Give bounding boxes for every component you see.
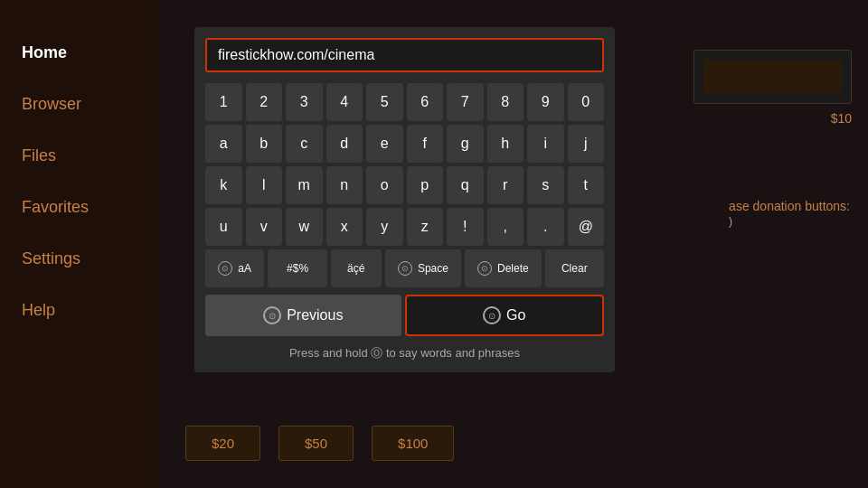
circle-prev-icon: ⊙ [263, 306, 281, 324]
key-w[interactable]: w [286, 208, 323, 246]
key-b[interactable]: b [246, 125, 283, 163]
key-3[interactable]: 3 [286, 83, 323, 121]
sidebar-item-home[interactable]: Home [0, 27, 158, 79]
url-bar[interactable]: firestickhow.com/cinema [205, 38, 604, 72]
key-l[interactable]: l [246, 166, 283, 204]
row-aj: a b c d e f g h i j [205, 125, 604, 163]
key-e[interactable]: e [366, 125, 403, 163]
keyboard-grid: 1 2 3 4 5 6 7 8 9 0 a b c d e f g h [205, 83, 604, 287]
sidebar-item-favorites[interactable]: Favorites [0, 182, 158, 233]
main-area: ase donation buttons: ) $20 $50 $100 $10… [158, 0, 868, 488]
key-x[interactable]: x [326, 208, 363, 246]
donation-100-button[interactable]: $100 [372, 426, 454, 461]
key-2[interactable]: 2 [246, 83, 283, 121]
number-row: 1 2 3 4 5 6 7 8 9 0 [205, 83, 604, 121]
key-k[interactable]: k [205, 166, 242, 204]
key-period[interactable]: . [527, 208, 564, 246]
key-s[interactable]: s [527, 166, 564, 204]
key-6[interactable]: 6 [407, 83, 444, 121]
keyboard-overlay: firestickhow.com/cinema 1 2 3 4 5 6 7 8 … [194, 27, 615, 372]
row-kt: k l m n o p q r s t [205, 166, 604, 204]
donation-10-label: $10 [831, 111, 852, 126]
row-usymbol: u v w x y z ! , . @ [205, 208, 604, 246]
donation-20-button[interactable]: $20 [185, 426, 260, 461]
sidebar-item-browser[interactable]: Browser [0, 79, 158, 130]
key-j[interactable]: j [568, 125, 605, 163]
circle-delete-icon: ⊙ [477, 261, 492, 276]
key-o[interactable]: o [366, 166, 403, 204]
key-h[interactable]: h [487, 125, 524, 163]
key-case-toggle[interactable]: ⊙ aA [205, 249, 264, 287]
key-delete[interactable]: ⊙ Delete [465, 249, 541, 287]
key-a[interactable]: a [205, 125, 242, 163]
key-g[interactable]: g [447, 125, 484, 163]
sidebar-item-help[interactable]: Help [0, 285, 158, 336]
go-button[interactable]: ⊙ Go [405, 295, 605, 336]
donation-section: $20 $50 $100 [185, 426, 454, 461]
key-t[interactable]: t [568, 166, 605, 204]
key-9[interactable]: 9 [527, 83, 564, 121]
key-space[interactable]: ⊙ Space [385, 249, 461, 287]
donation-label: ase donation buttons: ) [729, 199, 850, 228]
key-d[interactable]: d [326, 125, 363, 163]
key-0[interactable]: 0 [568, 83, 605, 121]
key-5[interactable]: 5 [366, 83, 403, 121]
donation-50-button[interactable]: $50 [278, 426, 354, 461]
key-y[interactable]: y [366, 208, 403, 246]
key-8[interactable]: 8 [487, 83, 524, 121]
key-q[interactable]: q [447, 166, 484, 204]
key-accent[interactable]: äçé [331, 249, 382, 287]
key-i[interactable]: i [527, 125, 564, 163]
key-7[interactable]: 7 [447, 83, 484, 121]
key-z[interactable]: z [407, 208, 444, 246]
key-symbols[interactable]: #$% [268, 249, 326, 287]
key-u[interactable]: u [205, 208, 242, 246]
key-1[interactable]: 1 [205, 83, 242, 121]
circle-go-icon: ⊙ [483, 306, 501, 324]
key-exclaim[interactable]: ! [447, 208, 484, 246]
key-p[interactable]: p [407, 166, 444, 204]
circle-space-icon: ⊙ [398, 261, 412, 276]
special-row: ⊙ aA #$% äçé ⊙ Space [205, 249, 604, 287]
key-v[interactable]: v [246, 208, 283, 246]
right-panel: $10 [693, 50, 852, 126]
circle-aa-icon: ⊙ [218, 261, 232, 276]
voice-hint: Press and hold Ⓞ to say words and phrase… [205, 345, 604, 361]
key-n[interactable]: n [326, 166, 363, 204]
sidebar-item-settings[interactable]: Settings [0, 233, 158, 285]
key-at[interactable]: @ [568, 208, 605, 246]
key-m[interactable]: m [286, 166, 323, 204]
key-r[interactable]: r [487, 166, 524, 204]
sidebar: Home Browser Files Favorites Settings He… [0, 0, 158, 488]
key-c[interactable]: c [286, 125, 323, 163]
key-clear[interactable]: Clear [545, 249, 604, 287]
previous-button[interactable]: ⊙ Previous [205, 295, 401, 336]
key-comma[interactable]: , [487, 208, 524, 246]
key-f[interactable]: f [407, 125, 444, 163]
sidebar-item-files[interactable]: Files [0, 130, 158, 182]
key-4[interactable]: 4 [326, 83, 363, 121]
action-row: ⊙ Previous ⊙ Go [205, 295, 604, 336]
